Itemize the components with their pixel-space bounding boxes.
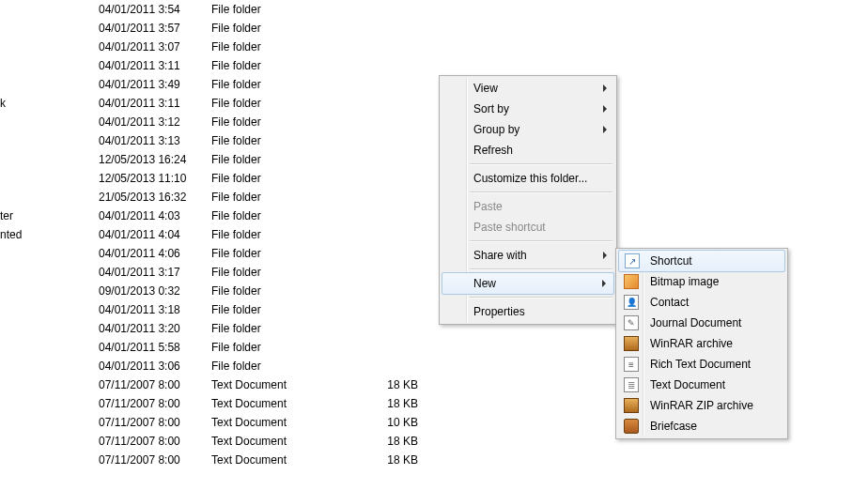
file-date: 07/11/2007 8:00 <box>99 397 211 410</box>
file-size: 10 KB <box>362 416 418 429</box>
briefcase-icon <box>624 419 639 434</box>
zip-icon <box>624 398 639 413</box>
file-type: Text Document <box>211 378 362 391</box>
menu-label: Refresh <box>473 144 513 157</box>
file-type: File folder <box>211 284 362 298</box>
menu-label: Properties <box>473 305 525 318</box>
archive-icon <box>624 336 639 351</box>
menu-label: Journal Document <box>650 316 741 329</box>
file-row[interactable]: k04/01/2011 3:11File folder <box>0 94 868 113</box>
file-type: File folder <box>211 115 362 129</box>
file-size: 18 KB <box>362 378 418 391</box>
file-row[interactable]: 04/01/2011 3:49File folder <box>0 75 868 94</box>
file-date: 04/01/2011 3:11 <box>99 59 211 72</box>
file-row[interactable]: 21/05/2013 16:32File folder <box>0 188 868 207</box>
file-date: 04/01/2011 3:07 <box>99 40 211 54</box>
file-date: 07/11/2007 8:00 <box>99 416 211 429</box>
menu-new[interactable]: New <box>442 272 614 295</box>
file-type: File folder <box>211 22 362 35</box>
file-date: 04/01/2011 3:13 <box>99 134 211 147</box>
file-date: 21/05/2013 16:32 <box>99 191 211 204</box>
menu-label: Shortcut <box>650 254 692 268</box>
file-row[interactable]: nted04/01/2011 4:04File folder <box>0 225 868 244</box>
file-date: 04/01/2011 3:06 <box>99 360 211 373</box>
menu-refresh[interactable]: Refresh <box>442 140 614 161</box>
menu-share-with[interactable]: Share with <box>442 245 614 266</box>
file-row[interactable]: 12/05/2013 11:10File folder <box>0 169 868 188</box>
menu-sort-by[interactable]: Sort by <box>442 99 614 119</box>
file-type: File folder <box>211 191 362 204</box>
file-type: File folder <box>211 78 362 91</box>
menu-new-winrar-zip[interactable]: WinRAR ZIP archive <box>618 395 785 416</box>
context-menu-new: Shortcut Bitmap image Contact Journal Do… <box>615 248 788 439</box>
file-date: 09/01/2013 0:32 <box>99 284 211 298</box>
chevron-right-icon <box>603 105 607 113</box>
file-date: 04/01/2011 4:03 <box>99 209 211 222</box>
file-date: 04/01/2011 4:06 <box>99 247 211 260</box>
file-type: File folder <box>211 228 362 241</box>
file-row[interactable]: ter04/01/2011 4:03File folder <box>0 207 868 225</box>
file-type: File folder <box>211 134 362 147</box>
file-size: 18 KB <box>362 453 418 467</box>
file-date: 07/11/2007 8:00 <box>99 453 211 467</box>
menu-separator <box>470 191 612 193</box>
file-type: File folder <box>211 322 362 335</box>
menu-separator <box>470 268 612 270</box>
menu-group-by[interactable]: Group by <box>442 119 614 140</box>
menu-new-journal[interactable]: Journal Document <box>618 313 785 333</box>
file-date: 04/01/2011 3:49 <box>99 78 211 91</box>
file-name-fragment: k <box>0 97 99 110</box>
menu-new-bitmap[interactable]: Bitmap image <box>618 271 785 292</box>
file-type: File folder <box>211 3 362 16</box>
menu-new-shortcut[interactable]: Shortcut <box>618 250 785 272</box>
menu-separator <box>470 297 612 299</box>
file-type: File folder <box>211 172 362 185</box>
file-date: 12/05/2013 16:24 <box>99 153 211 166</box>
shortcut-icon <box>625 253 640 268</box>
file-row[interactable]: 04/01/2011 3:12File folder <box>0 113 868 131</box>
menu-label: View <box>473 82 498 95</box>
file-row[interactable]: 04/01/2011 3:54File folder <box>0 0 868 19</box>
menu-label: Share with <box>473 249 527 262</box>
file-date: 12/05/2013 11:10 <box>99 172 211 185</box>
file-name-fragment: nted <box>0 228 99 241</box>
menu-customize-folder[interactable]: Customize this folder... <box>442 168 614 189</box>
file-row[interactable]: 12/05/2013 16:24File folder <box>0 150 868 169</box>
file-row[interactable]: 04/01/2011 3:57File folder <box>0 19 868 38</box>
menu-new-contact[interactable]: Contact <box>618 292 785 313</box>
file-row[interactable]: 07/11/2007 8:00Text Document18 KB <box>0 451 868 469</box>
file-type: File folder <box>211 153 362 166</box>
file-date: 04/01/2011 3:11 <box>99 97 211 110</box>
file-row[interactable]: 04/01/2011 3:11File folder <box>0 56 868 75</box>
menu-label: Sort by <box>473 102 509 115</box>
menu-separator <box>470 163 612 165</box>
menu-paste-shortcut: Paste shortcut <box>442 217 614 237</box>
file-row[interactable]: 04/01/2011 3:07File folder <box>0 38 868 56</box>
menu-label: WinRAR archive <box>650 337 733 350</box>
menu-new-richtext[interactable]: Rich Text Document <box>618 354 785 375</box>
file-type: File folder <box>211 97 362 110</box>
file-type: Text Document <box>211 397 362 410</box>
file-date: 07/11/2007 8:00 <box>99 378 211 391</box>
menu-paste: Paste <box>442 196 614 217</box>
menu-label: Rich Text Document <box>650 358 751 371</box>
file-type: File folder <box>211 247 362 260</box>
menu-new-briefcase[interactable]: Briefcase <box>618 416 785 436</box>
menu-view[interactable]: View <box>442 78 614 99</box>
menu-label: Group by <box>473 123 519 136</box>
file-type: File folder <box>211 59 362 72</box>
menu-label: Contact <box>650 296 689 309</box>
file-type: File folder <box>211 40 362 54</box>
menu-new-text[interactable]: Text Document <box>618 375 785 395</box>
menu-label: Customize this folder... <box>473 172 587 185</box>
file-type: File folder <box>211 360 362 373</box>
bitmap-icon <box>624 274 639 289</box>
file-date: 04/01/2011 3:17 <box>99 266 211 279</box>
file-row[interactable]: 04/01/2011 3:13File folder <box>0 131 868 150</box>
file-type: File folder <box>211 266 362 279</box>
menu-new-winrar[interactable]: WinRAR archive <box>618 333 785 354</box>
file-date: 04/01/2011 3:18 <box>99 303 211 316</box>
menu-label: Paste <box>473 200 503 213</box>
menu-properties[interactable]: Properties <box>442 301 614 322</box>
file-date: 04/01/2011 3:57 <box>99 22 211 35</box>
